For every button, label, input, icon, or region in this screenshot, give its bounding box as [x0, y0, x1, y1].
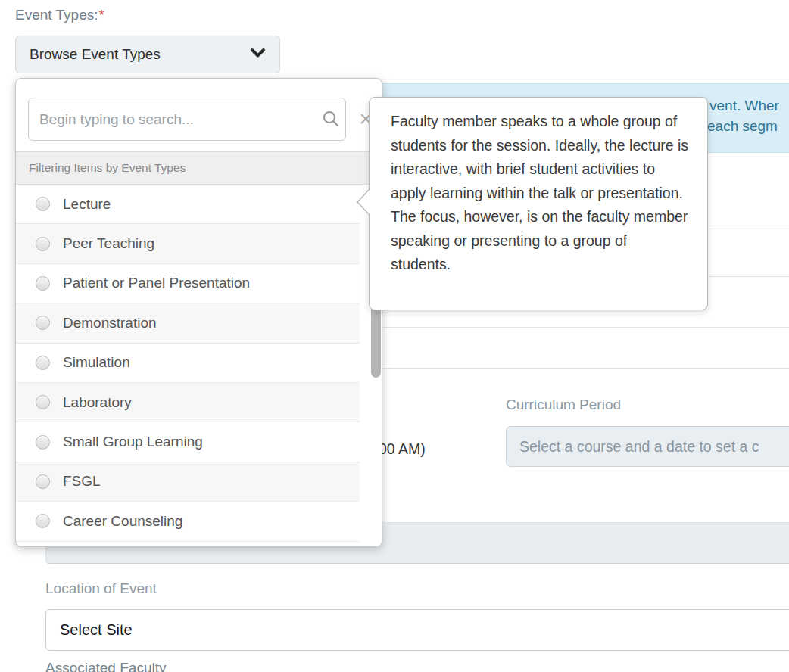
curriculum-period-input[interactable]: [506, 426, 789, 467]
search-input[interactable]: [28, 98, 346, 141]
radio-icon[interactable]: [36, 514, 50, 528]
event-time-text: 00 AM): [379, 440, 426, 458]
event-type-label: Patient or Panel Presentation: [63, 275, 250, 291]
event-type-option[interactable]: Simulation: [16, 344, 360, 383]
event-type-option[interactable]: FSGL: [16, 462, 360, 502]
event-type-option[interactable]: Career Counseling: [16, 502, 360, 541]
radio-icon[interactable]: [36, 276, 50, 291]
browse-button-label: Browse Event Types: [30, 46, 161, 63]
chevron-down-icon: [250, 48, 266, 61]
info-banner-text-line2: each segm: [707, 118, 778, 135]
browse-event-types-button[interactable]: Browse Event Types: [15, 36, 280, 73]
curriculum-period-label: Curriculum Period: [506, 397, 621, 413]
add-event-form: vent. Wher each segm 00 AM) Curriculum P…: [0, 0, 789, 672]
event-type-option[interactable]: Peer Teaching: [16, 224, 360, 263]
required-asterisk: *: [99, 7, 104, 23]
location-of-event-label: Location of Event: [45, 580, 157, 597]
event-type-label: Small Group Learning: [63, 434, 203, 450]
info-banner-text-line1: vent. Wher: [709, 98, 779, 114]
next-field-label-clipped: Associated Faculty: [45, 660, 166, 672]
radio-icon[interactable]: [36, 395, 50, 409]
radio-icon[interactable]: [36, 237, 50, 251]
event-types-label-text: Event Types:: [15, 7, 98, 23]
event-type-label: Lecture: [63, 196, 111, 213]
event-type-label: Laboratory: [63, 394, 132, 411]
radio-icon[interactable]: [36, 435, 50, 450]
event-type-option[interactable]: Patient or Panel Presentation: [16, 264, 360, 303]
lecture-description-tooltip: Faculty member speaks to a whole group o…: [369, 97, 708, 310]
event-type-label: FSGL: [63, 473, 101, 490]
event-type-label: Simulation: [63, 354, 130, 371]
event-type-label: Peer Teaching: [63, 235, 154, 252]
event-types-label: Event Types:*: [15, 7, 104, 23]
site-select[interactable]: Select Site: [45, 609, 789, 651]
event-type-list: Lecture Peer Teaching Patient or Panel P…: [16, 185, 382, 542]
event-type-option[interactable]: Demonstration: [16, 303, 360, 343]
event-type-label: Demonstration: [63, 315, 157, 331]
event-type-option[interactable]: Lecture: [16, 185, 360, 224]
tooltip-arrow: [358, 190, 370, 214]
radio-icon[interactable]: [36, 197, 50, 211]
event-types-dropdown: × Filtering Items by Event Types Lecture…: [15, 78, 382, 547]
event-type-option[interactable]: Laboratory: [16, 383, 360, 422]
radio-icon[interactable]: [36, 474, 50, 489]
radio-icon[interactable]: [36, 356, 50, 370]
event-type-label: Career Counseling: [63, 513, 182, 530]
radio-icon[interactable]: [36, 316, 50, 330]
filter-header: Filtering Items by Event Types: [16, 151, 382, 185]
tooltip-text: Faculty member speaks to a whole group o…: [391, 113, 688, 272]
event-type-option[interactable]: Small Group Learning: [16, 422, 360, 462]
